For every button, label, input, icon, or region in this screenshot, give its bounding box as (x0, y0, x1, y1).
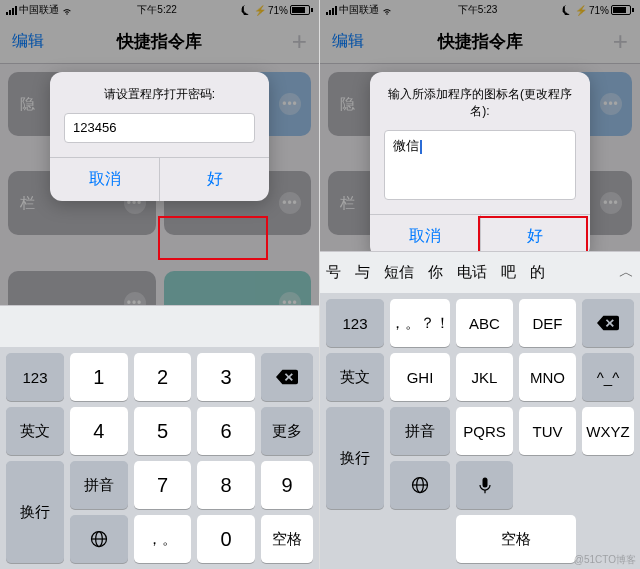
keyboard: 号 与 短信 你 电话 吧 的 ︿ 123 ，。？！ ABC DEF 英文 GH… (320, 251, 640, 569)
key-jkl[interactable]: JKL (456, 353, 513, 401)
key-123[interactable]: 123 (326, 299, 384, 347)
alert-prompt: 输入所添加程序的图标名(更改程序名): (370, 72, 590, 130)
key-return[interactable]: 换行 (6, 461, 64, 563)
key-def[interactable]: DEF (519, 299, 576, 347)
globe-key[interactable] (390, 461, 450, 509)
prediction[interactable]: 你 (428, 263, 443, 282)
key-pinyin[interactable]: 拼音 (390, 407, 450, 455)
prediction[interactable]: 与 (355, 263, 370, 282)
text-cursor (420, 140, 422, 154)
key-8[interactable]: 8 (197, 461, 255, 509)
key-wxyz[interactable]: WXYZ (582, 407, 634, 455)
screenshot-left: 中国联通 下午5:22 ⏾ ⚡ 71% 编辑 快捷指令库 + 隐••• ••• … (0, 0, 320, 569)
key-space[interactable]: 空格 (456, 515, 576, 563)
prediction-bar: 号 与 短信 你 电话 吧 的 ︿ (320, 251, 640, 293)
password-input[interactable]: 123456 (64, 113, 255, 143)
screenshot-right: 中国联通 下午5:23 ⏾ ⚡ 71% 编辑 快捷指令库 + 隐••• ••• … (320, 0, 640, 569)
key-return[interactable]: 换行 (326, 407, 384, 509)
key-4[interactable]: 4 (70, 407, 128, 455)
key-emoji[interactable]: ^_^ (582, 353, 634, 401)
key-123[interactable]: 123 (6, 353, 64, 401)
key-abc[interactable]: ABC (456, 299, 513, 347)
key-mno[interactable]: MNO (519, 353, 576, 401)
globe-key[interactable] (70, 515, 128, 563)
svg-rect-6 (482, 478, 487, 488)
key-symbols[interactable]: ，。 (134, 515, 192, 563)
alert-prompt: 请设置程序打开密码: (50, 72, 269, 113)
prediction[interactable]: 号 (326, 263, 341, 282)
backspace-key[interactable] (582, 299, 634, 347)
key-1[interactable]: 1 (70, 353, 128, 401)
chevron-up-icon[interactable]: ︿ (619, 263, 634, 282)
prediction[interactable]: 电话 (457, 263, 487, 282)
cancel-button[interactable]: 取消 (50, 158, 159, 201)
watermark: @51CTO博客 (574, 553, 636, 567)
keyboard: 123 1 2 3 英文 4 5 6 更多 拼音 7 8 9 换行 ，。 0 空… (0, 305, 319, 569)
key-5[interactable]: 5 (134, 407, 192, 455)
alert-dialog: 输入所添加程序的图标名(更改程序名): 微信 取消 好 (370, 72, 590, 258)
key-punct[interactable]: ，。？！ (390, 299, 450, 347)
key-3[interactable]: 3 (197, 353, 255, 401)
prediction[interactable]: 吧 (501, 263, 516, 282)
key-more[interactable]: 更多 (261, 407, 313, 455)
key-english[interactable]: 英文 (6, 407, 64, 455)
key-9[interactable]: 9 (261, 461, 313, 509)
key-space[interactable]: 空格 (261, 515, 313, 563)
key-2[interactable]: 2 (134, 353, 192, 401)
key-english[interactable]: 英文 (326, 353, 384, 401)
key-pqrs[interactable]: PQRS (456, 407, 513, 455)
prediction[interactable]: 的 (530, 263, 545, 282)
key-ghi[interactable]: GHI (390, 353, 450, 401)
key-0[interactable]: 0 (197, 515, 255, 563)
key-pinyin[interactable]: 拼音 (70, 461, 128, 509)
key-tuv[interactable]: TUV (519, 407, 576, 455)
ok-button[interactable]: 好 (159, 158, 269, 201)
prediction[interactable]: 短信 (384, 263, 414, 282)
name-input[interactable]: 微信 (384, 130, 576, 200)
alert-dialog: 请设置程序打开密码: 123456 取消 好 (50, 72, 269, 201)
key-7[interactable]: 7 (134, 461, 192, 509)
backspace-key[interactable] (261, 353, 313, 401)
mic-key[interactable] (456, 461, 513, 509)
key-6[interactable]: 6 (197, 407, 255, 455)
